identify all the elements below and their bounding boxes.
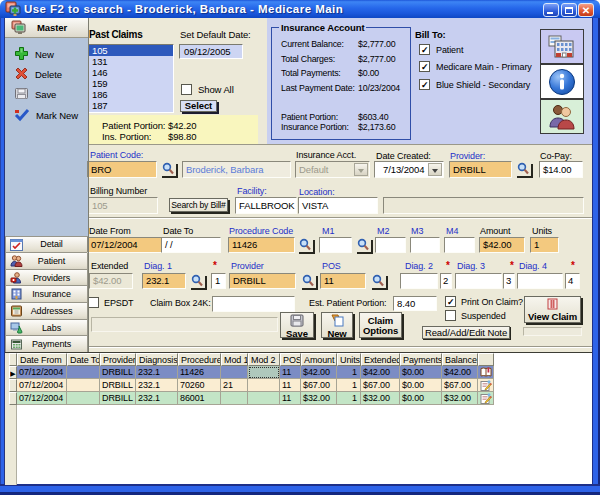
amount-field[interactable]: $42.00: [479, 237, 525, 253]
claims-grid[interactable]: Date FromDate ToProviderDiagnosisProcedu…: [9, 353, 494, 405]
m1-field[interactable]: [319, 237, 352, 253]
select-button[interactable]: Select: [180, 100, 217, 112]
close-button[interactable]: ✕: [578, 3, 594, 17]
co-pay-field[interactable]: $14.00: [539, 161, 583, 178]
past-claim-item-187[interactable]: 187: [89, 100, 173, 111]
hospital-button[interactable]: [540, 29, 584, 64]
date-to-field[interactable]: / /: [161, 237, 221, 253]
grid-cell[interactable]: 07/12/2004: [17, 392, 67, 405]
grid-cell[interactable]: [248, 379, 280, 392]
claim-options-button[interactable]: Claim Options: [359, 312, 402, 338]
provider2-search-button[interactable]: [300, 274, 316, 288]
grid-header-extended[interactable]: Extended: [361, 353, 400, 366]
grid-cell[interactable]: $0.00: [400, 379, 442, 392]
grid-cell[interactable]: $32.00: [442, 392, 478, 405]
provider-search-button[interactable]: [515, 162, 531, 176]
facility-field[interactable]: FALLBROOK: [235, 197, 297, 214]
pointer1-field[interactable]: 1: [211, 273, 226, 289]
past-claim-item-131[interactable]: 131: [89, 56, 173, 67]
grid-cell[interactable]: [221, 392, 248, 405]
maximize-button[interactable]: [561, 3, 577, 17]
grid-row-1-selected[interactable]: ▶07/12/2004DRBILL232.11142611$42.001$42.…: [9, 366, 494, 379]
procedure-code-field[interactable]: 11426: [228, 237, 295, 253]
provider2-field[interactable]: DRBILL: [229, 273, 296, 289]
grid-cell[interactable]: 70260: [178, 379, 221, 392]
patients-button[interactable]: [540, 99, 584, 134]
patient-code-field[interactable]: BRO: [87, 161, 157, 178]
sidebar-action-new[interactable]: New: [14, 47, 54, 61]
grid-cell[interactable]: 07/12/2004: [17, 366, 67, 379]
grid-cell[interactable]: 1: [337, 379, 361, 392]
grid-cell[interactable]: 232.1: [136, 392, 178, 405]
diag1-search-button[interactable]: [189, 274, 205, 288]
grid-header-units[interactable]: Units: [337, 353, 361, 366]
grid-cell[interactable]: [221, 366, 248, 379]
bill-to-checkbox-blue[interactable]: ✓Blue Shield - Secondary: [419, 79, 530, 90]
grid-cell[interactable]: [67, 379, 100, 392]
sidebar-master-header[interactable]: Master: [5, 18, 88, 38]
grid-cell[interactable]: 1: [337, 392, 361, 405]
past-claims-listbox[interactable]: 105131146159186187: [88, 44, 174, 113]
grid-cell[interactable]: 1: [337, 366, 361, 379]
sidebar-item-insurance[interactable]: Insurance: [5, 285, 88, 303]
checkbox-box[interactable]: ✓: [419, 61, 430, 72]
grid-cell[interactable]: 11: [280, 392, 301, 405]
grid-header-icon[interactable]: [478, 353, 494, 366]
checkbox-box[interactable]: ✓: [419, 79, 430, 90]
m3-field[interactable]: [410, 237, 440, 253]
title-bar[interactable]: Use F2 to search - Broderick, Barbara - …: [0, 0, 600, 18]
bill-to-checkbox-patient[interactable]: ✓Patient: [419, 44, 463, 55]
show-all-checkbox-box[interactable]: [181, 84, 192, 95]
diag4-field[interactable]: [517, 273, 563, 289]
checkbox-box[interactable]: ✓: [419, 44, 430, 55]
grid-cell[interactable]: $0.00: [400, 366, 442, 379]
view-claim-button[interactable]: View Claim: [524, 296, 581, 323]
bill-to-checkbox-medicare[interactable]: ✓Medicare Main - Primary: [419, 61, 532, 72]
sidebar-action-mark-new[interactable]: Mark New: [14, 108, 78, 122]
epsdt-checkbox[interactable]: EPSDT: [88, 297, 134, 308]
grid-cell[interactable]: [248, 366, 280, 379]
grid-header-gutter[interactable]: [9, 353, 17, 366]
grid-cell[interactable]: $32.00: [361, 392, 400, 405]
grid-header-payments[interactable]: Payments: [400, 353, 442, 366]
grid-header-provider[interactable]: Provider: [100, 353, 136, 366]
minimize-button[interactable]: [543, 3, 559, 17]
grid-cell[interactable]: 21: [221, 379, 248, 392]
past-claim-item-186[interactable]: 186: [89, 89, 173, 100]
sidebar-item-addresses[interactable]: Addresses: [5, 302, 88, 320]
print-on-claim-checkbox-box[interactable]: ✓: [445, 296, 456, 307]
note-pencil-icon[interactable]: [478, 392, 494, 405]
new-button[interactable]: New: [321, 312, 353, 338]
grid-cell[interactable]: $42.00: [361, 366, 400, 379]
sidebar-item-patient[interactable]: Patient: [5, 252, 88, 270]
grid-header-mod-1[interactable]: Mod 1: [221, 353, 248, 366]
grid-cell[interactable]: [248, 392, 280, 405]
past-claim-item-146[interactable]: 146: [89, 67, 173, 78]
grid-cell[interactable]: DRBILL: [100, 366, 136, 379]
grid-header-date-from[interactable]: Date From: [17, 353, 67, 366]
search-by-bill-button[interactable]: Search by Bill#: [169, 198, 228, 212]
grid-cell[interactable]: [67, 392, 100, 405]
set-default-date-field[interactable]: 09/12/2005: [179, 44, 243, 59]
grid-cell[interactable]: 07/12/2004: [17, 379, 67, 392]
diag1-field[interactable]: 232.1: [142, 273, 186, 289]
save-button[interactable]: Save: [280, 312, 314, 338]
diag2-field[interactable]: [400, 273, 438, 289]
epsdt-checkbox-box[interactable]: [88, 297, 99, 308]
diag3-field[interactable]: [455, 273, 502, 289]
grid-cell[interactable]: $67.00: [442, 379, 478, 392]
grid-cell[interactable]: $67.00: [301, 379, 337, 392]
sidebar-action-delete[interactable]: Delete: [14, 67, 62, 81]
pos-field[interactable]: 11: [320, 273, 366, 289]
units-field[interactable]: 1: [530, 237, 559, 253]
grid-cell[interactable]: $42.00: [301, 366, 337, 379]
grid-cell[interactable]: 232.1: [136, 379, 178, 392]
grid-cell[interactable]: 11: [280, 366, 301, 379]
date-created-dropdown-arrow[interactable]: [428, 163, 442, 176]
provider-field[interactable]: DRBILL: [449, 161, 512, 178]
past-claim-item-159[interactable]: 159: [89, 78, 173, 89]
grid-cell[interactable]: $32.00: [301, 392, 337, 405]
procedure-code-search-button[interactable]: [297, 238, 313, 252]
insurance-acct-dropdown-arrow[interactable]: [354, 163, 368, 176]
past-claim-item-105[interactable]: 105: [89, 45, 173, 56]
